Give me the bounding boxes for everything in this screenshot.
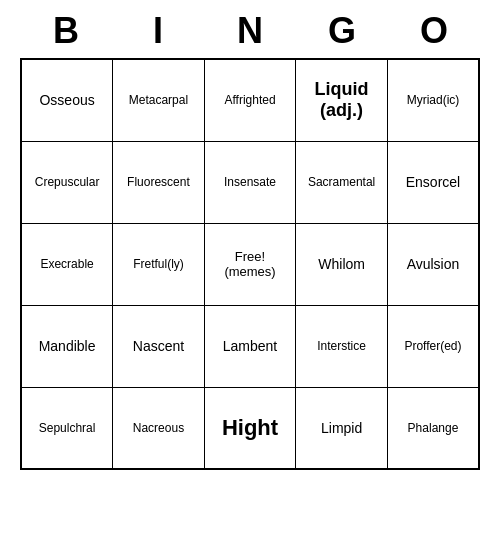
- cell-r1-c0: Crepuscular: [21, 141, 113, 223]
- cell-r0-c4: Myriad(ic): [387, 59, 479, 141]
- cell-r2-c3: Whilom: [296, 223, 388, 305]
- cell-r0-c3: Liquid (adj.): [296, 59, 388, 141]
- cell-r1-c3: Sacramental: [296, 141, 388, 223]
- cell-r2-c4: Avulsion: [387, 223, 479, 305]
- cell-r0-c2: Affrighted: [204, 59, 296, 141]
- letter-b: B: [24, 10, 108, 52]
- bingo-header: B I N G O: [20, 0, 480, 58]
- cell-r3-c3: Interstice: [296, 305, 388, 387]
- cell-r2-c1: Fretful(ly): [113, 223, 205, 305]
- cell-r4-c1: Nacreous: [113, 387, 205, 469]
- cell-r4-c4: Phalange: [387, 387, 479, 469]
- cell-r4-c0: Sepulchral: [21, 387, 113, 469]
- letter-o: O: [392, 10, 476, 52]
- cell-r2-c0: Execrable: [21, 223, 113, 305]
- letter-i: I: [116, 10, 200, 52]
- cell-r1-c1: Fluorescent: [113, 141, 205, 223]
- cell-r3-c2: Lambent: [204, 305, 296, 387]
- cell-r0-c1: Metacarpal: [113, 59, 205, 141]
- cell-r1-c2: Insensate: [204, 141, 296, 223]
- cell-r3-c4: Proffer(ed): [387, 305, 479, 387]
- cell-r4-c2: Hight: [204, 387, 296, 469]
- cell-r2-c2: Free! (memes): [204, 223, 296, 305]
- letter-g: G: [300, 10, 384, 52]
- cell-r4-c3: Limpid: [296, 387, 388, 469]
- cell-r0-c0: Osseous: [21, 59, 113, 141]
- cell-r3-c0: Mandible: [21, 305, 113, 387]
- cell-r3-c1: Nascent: [113, 305, 205, 387]
- cell-r1-c4: Ensorcel: [387, 141, 479, 223]
- bingo-grid: OsseousMetacarpalAffrightedLiquid (adj.)…: [20, 58, 480, 470]
- letter-n: N: [208, 10, 292, 52]
